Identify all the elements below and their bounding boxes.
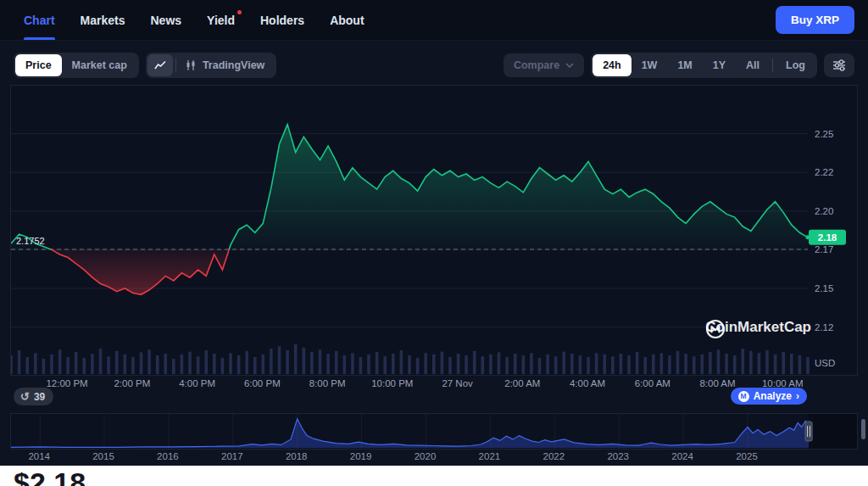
tab-yield[interactable]: Yield	[207, 0, 235, 40]
compare-label: Compare	[514, 59, 559, 71]
year-label: 2019	[350, 451, 372, 461]
tradingview-button[interactable]: TradingView	[179, 59, 275, 71]
x-axis-label: 6:00 AM	[635, 378, 670, 388]
range-1m[interactable]: 1M	[667, 54, 702, 76]
year-label: 2023	[607, 451, 629, 461]
buy-xrp-button[interactable]: Buy XRP	[776, 6, 854, 34]
year-label: 2025	[736, 451, 758, 461]
x-axis-label: 4:00 AM	[570, 378, 605, 388]
x-axis-label: 27 Nov	[442, 378, 472, 388]
svg-text:2.18: 2.18	[818, 232, 837, 243]
analyze-button[interactable]: M Analyze ›	[731, 388, 807, 405]
tab-about[interactable]: About	[330, 0, 364, 40]
x-axis-label: 6:00 PM	[244, 378, 281, 388]
svg-text:2.17: 2.17	[815, 244, 833, 254]
price-chart-panel[interactable]: 2.252.222.202.172.152.12USD2.17522.18 Co…	[10, 85, 858, 376]
x-axis-label: 8:00 AM	[699, 378, 735, 388]
line-chart-icon	[154, 60, 166, 70]
history-icon: ↺	[20, 390, 30, 403]
compare-button[interactable]: Compare	[504, 53, 584, 77]
tab-list: ChartMarketsNewsYieldHoldersAbout	[24, 0, 364, 40]
svg-text:2.25: 2.25	[815, 129, 833, 139]
market-cap-toggle[interactable]: Market cap	[62, 54, 137, 76]
svg-text:USD: USD	[815, 358, 835, 368]
toolbar-right-group: Compare 24h1W1M1YAllLog	[504, 53, 854, 78]
svg-text:2.20: 2.20	[815, 206, 833, 216]
cmc-logo-icon: M	[738, 391, 749, 402]
price-toggle[interactable]: Price	[15, 54, 62, 76]
line-chart-type-button[interactable]	[147, 54, 173, 76]
metric-toggle-group: Price Market cap	[14, 53, 139, 78]
timeline-navigator[interactable]	[10, 413, 858, 450]
chevron-right-icon: ›	[796, 390, 799, 402]
tab-news[interactable]: News	[150, 0, 181, 40]
tradingview-label: TradingView	[203, 59, 264, 71]
range-log[interactable]: Log	[776, 54, 815, 76]
range-1y[interactable]: 1Y	[703, 54, 736, 76]
year-label: 2014	[28, 451, 50, 461]
tab-holders[interactable]: Holders	[260, 0, 304, 40]
year-label: 2024	[671, 451, 693, 461]
history-count: 39	[34, 391, 45, 403]
range-all[interactable]: All	[736, 54, 770, 76]
year-label: 2016	[157, 451, 179, 461]
chart-settings-button[interactable]	[824, 53, 854, 77]
year-axis-labels: 2014201520162017201820192020202120222023…	[10, 451, 858, 463]
scrollbar-thumb[interactable]	[861, 419, 865, 439]
page-section-below: $2.18	[0, 466, 868, 486]
navigator-chart[interactable]	[11, 414, 857, 449]
svg-text:2.1752: 2.1752	[16, 236, 45, 246]
x-axis-label: 12:00 PM	[46, 378, 87, 388]
new-badge-dot	[237, 10, 242, 14]
price-heading: $2.18	[14, 468, 86, 486]
range-selector: 24h1W1M1YAllLog	[591, 53, 817, 78]
chart-type-group: TradingView	[146, 53, 276, 78]
chevron-down-icon	[565, 63, 574, 68]
x-axis-label: 8:00 PM	[309, 378, 346, 388]
year-label: 2022	[543, 451, 565, 461]
sliders-icon	[832, 59, 846, 71]
candlestick-icon	[185, 59, 197, 71]
range-24h[interactable]: 24h	[593, 54, 632, 76]
svg-text:2.15: 2.15	[815, 283, 833, 293]
year-label: 2020	[415, 451, 437, 461]
tab-markets[interactable]: Markets	[81, 0, 125, 40]
tab-chart[interactable]: Chart	[24, 0, 55, 40]
x-axis-label: 2:00 PM	[114, 378, 150, 388]
svg-text:2.22: 2.22	[815, 167, 833, 177]
history-badge[interactable]: ↺ 39	[14, 388, 53, 405]
x-axis-label: 10:00 PM	[371, 378, 413, 388]
year-label: 2018	[286, 451, 308, 461]
x-axis-labels: 12:00 PM2:00 PM4:00 PM6:00 PM8:00 PM10:0…	[10, 378, 858, 390]
chart-toolbar: Price Market cap TradingView Compare	[14, 52, 854, 79]
x-axis-label: 4:00 PM	[179, 378, 215, 388]
range-divider	[772, 59, 773, 72]
year-label: 2015	[92, 451, 114, 461]
year-label: 2021	[479, 451, 501, 461]
coin-page-nav: ChartMarketsNewsYieldHoldersAbout Buy XR…	[0, 0, 868, 41]
price-chart[interactable]: 2.252.222.202.172.152.12USD2.17522.18	[11, 86, 859, 377]
x-axis-label: 2:00 AM	[504, 378, 540, 388]
year-label: 2017	[221, 451, 243, 461]
analyze-label: Analyze	[754, 390, 792, 402]
toolbar-divider	[175, 59, 176, 72]
svg-text:2.12: 2.12	[815, 322, 833, 332]
range-1w[interactable]: 1W	[632, 54, 668, 76]
